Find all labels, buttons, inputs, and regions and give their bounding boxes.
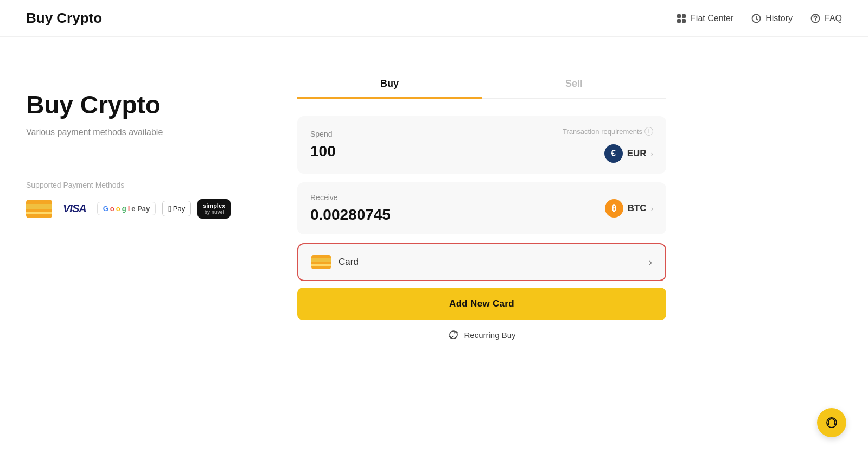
spend-label: Spend	[310, 130, 336, 138]
spend-section: Spend 100 Transaction requirements i € E…	[297, 116, 666, 174]
recurring-icon	[448, 329, 459, 341]
visa-payment-icon: VISA	[59, 198, 91, 220]
tab-bar: Buy Sell	[297, 69, 666, 99]
transaction-req-row: Transaction requirements i	[563, 127, 653, 136]
history-nav[interactable]: History	[751, 13, 793, 24]
receive-card: Receive 0.00280745 ₿ BTC ›	[297, 182, 666, 234]
payment-icons-row: VISA Google Pay  Pay simplex by nuvei	[26, 198, 254, 220]
header-nav: Fiat Center History FAQ	[676, 13, 842, 24]
applepay-icon:  Pay	[162, 201, 191, 216]
pm-label: Card	[339, 257, 359, 267]
btc-icon: ₿	[605, 199, 623, 218]
receive-value[interactable]: 0.00280745	[310, 206, 391, 224]
receive-label: Receive	[310, 193, 391, 202]
spend-left: Spend 100	[310, 130, 336, 160]
btc-name: BTC	[628, 203, 647, 214]
card-payment-icon	[26, 198, 52, 220]
svg-rect-9	[834, 423, 836, 425]
eur-icon: €	[604, 144, 623, 163]
receive-right: ₿ BTC ›	[605, 199, 653, 218]
transaction-req-label: Transaction requirements	[563, 127, 642, 136]
simplex-icon: simplex by nuvei	[197, 199, 231, 219]
eur-currency-selector[interactable]: € EUR ›	[604, 144, 653, 163]
question-icon	[810, 13, 821, 24]
recurring-buy-label: Recurring Buy	[464, 330, 515, 340]
support-fab[interactable]	[817, 408, 846, 437]
svg-rect-8	[828, 423, 829, 425]
right-panel: Buy Sell Spend 100 Transaction requireme…	[297, 69, 666, 428]
visa-icon: VISA	[59, 201, 91, 216]
applepay-payment-icon:  Pay	[162, 198, 191, 220]
hero-subtitle: Various payment methods available	[26, 127, 254, 137]
info-icon[interactable]: i	[644, 127, 653, 136]
btc-chevron: ›	[651, 205, 653, 213]
recurring-buy-link[interactable]: Recurring Buy	[448, 329, 515, 341]
main-content: Buy Crypto Various payment methods avail…	[0, 37, 868, 449]
grid-icon	[676, 13, 687, 24]
header: Buy Crypto Fiat Center History	[0, 0, 868, 37]
faq-label: FAQ	[825, 14, 842, 23]
eur-name: EUR	[627, 148, 647, 159]
svg-point-6	[815, 20, 816, 21]
gpay-icon: Google Pay	[97, 202, 156, 215]
history-label: History	[765, 14, 793, 23]
svg-rect-1	[682, 14, 686, 18]
btc-currency-selector[interactable]: ₿ BTC ›	[605, 199, 653, 218]
spend-card: Spend 100 Transaction requirements i € E…	[297, 116, 666, 174]
history-icon	[751, 13, 762, 24]
payment-methods-label: Supported Payment Methods	[26, 181, 254, 189]
svg-rect-3	[682, 19, 686, 23]
payment-method-selector[interactable]: Card ›	[297, 243, 666, 281]
simplex-payment-icon: simplex by nuvei	[197, 198, 231, 220]
spend-right: Transaction requirements i € EUR ›	[563, 127, 653, 163]
page-title: Buy Crypto	[26, 10, 102, 27]
receive-section: Receive 0.00280745 ₿ BTC ›	[297, 182, 666, 234]
tab-sell[interactable]: Sell	[482, 69, 666, 99]
receive-left: Receive 0.00280745	[310, 193, 391, 224]
hero-title: Buy Crypto	[26, 91, 254, 119]
headset-icon	[825, 416, 839, 430]
eur-chevron: ›	[651, 150, 653, 158]
pm-left: Card	[311, 255, 359, 269]
spend-value[interactable]: 100	[310, 143, 336, 160]
left-panel: Buy Crypto Various payment methods avail…	[26, 69, 254, 428]
fiat-center-nav[interactable]: Fiat Center	[676, 13, 733, 24]
pm-card-icon	[311, 255, 331, 269]
gpay-payment-icon: Google Pay	[97, 198, 156, 220]
fiat-center-label: Fiat Center	[691, 14, 733, 23]
card-icon	[26, 200, 52, 218]
svg-rect-0	[677, 14, 681, 18]
svg-rect-2	[677, 19, 681, 23]
add-new-card-button[interactable]: Add New Card	[297, 288, 666, 320]
faq-nav[interactable]: FAQ	[810, 13, 842, 24]
pm-chevron-right: ›	[649, 257, 652, 268]
tab-buy[interactable]: Buy	[297, 69, 482, 99]
